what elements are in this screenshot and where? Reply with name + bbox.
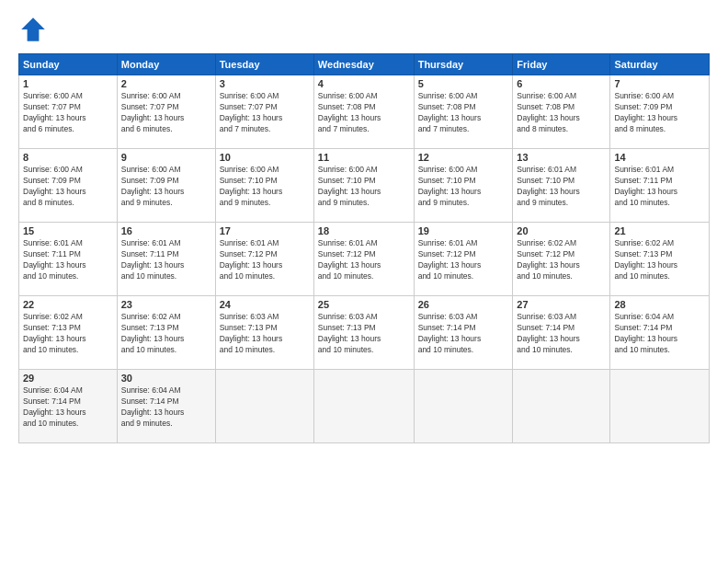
- day-detail: Sunrise: 6:02 AMSunset: 7:13 PMDaylight:…: [614, 238, 705, 282]
- day-detail: Sunrise: 6:01 AMSunset: 7:12 PMDaylight:…: [220, 238, 310, 282]
- day-detail: Sunrise: 6:00 AMSunset: 7:09 PMDaylight:…: [614, 91, 705, 135]
- day-detail: Sunrise: 6:02 AMSunset: 7:12 PMDaylight:…: [517, 238, 606, 282]
- day-number: 17: [220, 225, 310, 236]
- week-row-2: 8Sunrise: 6:00 AMSunset: 7:09 PMDaylight…: [19, 149, 710, 223]
- day-number: 13: [517, 152, 606, 163]
- calendar-cell: 9Sunrise: 6:00 AMSunset: 7:09 PMDaylight…: [117, 149, 215, 223]
- day-detail: Sunrise: 6:00 AMSunset: 7:10 PMDaylight:…: [418, 165, 509, 209]
- header: [18, 15, 710, 44]
- calendar-cell: 10Sunrise: 6:00 AMSunset: 7:10 PMDayligh…: [215, 149, 313, 223]
- calendar-body: 1Sunrise: 6:00 AMSunset: 7:07 PMDaylight…: [19, 75, 710, 443]
- calendar-cell: 16Sunrise: 6:01 AMSunset: 7:11 PMDayligh…: [117, 223, 215, 296]
- day-detail: Sunrise: 6:00 AMSunset: 7:07 PMDaylight:…: [23, 91, 113, 135]
- calendar-cell: 20Sunrise: 6:02 AMSunset: 7:12 PMDayligh…: [513, 223, 610, 296]
- calendar-cell: 15Sunrise: 6:01 AMSunset: 7:11 PMDayligh…: [19, 223, 118, 296]
- weekday-header-sunday: Sunday: [19, 54, 118, 75]
- calendar-cell: 2Sunrise: 6:00 AMSunset: 7:07 PMDaylight…: [117, 75, 215, 149]
- calendar-cell: [215, 370, 313, 443]
- day-detail: Sunrise: 6:01 AMSunset: 7:11 PMDaylight:…: [614, 165, 705, 209]
- calendar-cell: 23Sunrise: 6:02 AMSunset: 7:13 PMDayligh…: [117, 296, 215, 370]
- calendar-cell: 12Sunrise: 6:00 AMSunset: 7:10 PMDayligh…: [414, 149, 513, 223]
- weekday-header-saturday: Saturday: [610, 54, 710, 75]
- day-number: 3: [220, 78, 310, 89]
- calendar-cell: 17Sunrise: 6:01 AMSunset: 7:12 PMDayligh…: [215, 223, 313, 296]
- calendar-cell: 28Sunrise: 6:04 AMSunset: 7:14 PMDayligh…: [610, 296, 710, 370]
- calendar-cell: 22Sunrise: 6:02 AMSunset: 7:13 PMDayligh…: [19, 296, 118, 370]
- week-row-5: 29Sunrise: 6:04 AMSunset: 7:14 PMDayligh…: [19, 370, 710, 443]
- calendar-cell: 4Sunrise: 6:00 AMSunset: 7:08 PMDaylight…: [313, 75, 414, 149]
- day-number: 9: [121, 152, 211, 163]
- day-detail: Sunrise: 6:01 AMSunset: 7:12 PMDaylight:…: [418, 238, 509, 282]
- calendar-cell: 19Sunrise: 6:01 AMSunset: 7:12 PMDayligh…: [414, 223, 513, 296]
- calendar-cell: 3Sunrise: 6:00 AMSunset: 7:07 PMDaylight…: [215, 75, 313, 149]
- day-number: 30: [121, 373, 211, 384]
- weekday-header-thursday: Thursday: [414, 54, 513, 75]
- calendar-cell: 30Sunrise: 6:04 AMSunset: 7:14 PMDayligh…: [117, 370, 215, 443]
- weekday-header-monday: Monday: [117, 54, 215, 75]
- day-number: 20: [517, 225, 606, 236]
- day-number: 7: [614, 78, 705, 89]
- calendar-cell: 27Sunrise: 6:03 AMSunset: 7:14 PMDayligh…: [513, 296, 610, 370]
- day-number: 18: [318, 225, 410, 236]
- day-number: 15: [23, 225, 113, 236]
- calendar-cell: 18Sunrise: 6:01 AMSunset: 7:12 PMDayligh…: [313, 223, 414, 296]
- calendar-cell: [414, 370, 513, 443]
- day-detail: Sunrise: 6:00 AMSunset: 7:08 PMDaylight:…: [517, 91, 606, 135]
- calendar-cell: 7Sunrise: 6:00 AMSunset: 7:09 PMDaylight…: [610, 75, 710, 149]
- weekday-row: SundayMondayTuesdayWednesdayThursdayFrid…: [19, 54, 710, 75]
- day-detail: Sunrise: 6:04 AMSunset: 7:14 PMDaylight:…: [121, 385, 211, 430]
- day-detail: Sunrise: 6:02 AMSunset: 7:13 PMDaylight:…: [121, 312, 211, 356]
- logo: [18, 15, 51, 44]
- calendar-cell: 24Sunrise: 6:03 AMSunset: 7:13 PMDayligh…: [215, 296, 313, 370]
- day-detail: Sunrise: 6:04 AMSunset: 7:14 PMDaylight:…: [614, 312, 705, 356]
- day-detail: Sunrise: 6:00 AMSunset: 7:10 PMDaylight:…: [318, 165, 410, 209]
- calendar-cell: 5Sunrise: 6:00 AMSunset: 7:08 PMDaylight…: [414, 75, 513, 149]
- day-detail: Sunrise: 6:00 AMSunset: 7:07 PMDaylight:…: [121, 91, 211, 135]
- day-number: 8: [23, 152, 113, 163]
- day-detail: Sunrise: 6:03 AMSunset: 7:14 PMDaylight:…: [517, 312, 606, 356]
- calendar-cell: 21Sunrise: 6:02 AMSunset: 7:13 PMDayligh…: [610, 223, 710, 296]
- day-number: 29: [23, 373, 113, 384]
- day-detail: Sunrise: 6:01 AMSunset: 7:12 PMDaylight:…: [318, 238, 410, 282]
- weekday-header-tuesday: Tuesday: [215, 54, 313, 75]
- day-number: 5: [418, 78, 509, 89]
- day-detail: Sunrise: 6:03 AMSunset: 7:13 PMDaylight:…: [318, 312, 410, 356]
- day-number: 24: [220, 299, 310, 310]
- week-row-4: 22Sunrise: 6:02 AMSunset: 7:13 PMDayligh…: [19, 296, 710, 370]
- day-number: 6: [517, 78, 606, 89]
- day-detail: Sunrise: 6:00 AMSunset: 7:08 PMDaylight:…: [318, 91, 410, 135]
- day-detail: Sunrise: 6:03 AMSunset: 7:13 PMDaylight:…: [220, 312, 310, 356]
- day-number: 22: [23, 299, 113, 310]
- calendar-cell: 13Sunrise: 6:01 AMSunset: 7:10 PMDayligh…: [513, 149, 610, 223]
- logo-icon: [18, 15, 48, 44]
- calendar-cell: 8Sunrise: 6:00 AMSunset: 7:09 PMDaylight…: [19, 149, 118, 223]
- page: SundayMondayTuesdayWednesdayThursdayFrid…: [0, 0, 728, 563]
- day-detail: Sunrise: 6:00 AMSunset: 7:10 PMDaylight:…: [220, 165, 310, 209]
- day-number: 19: [418, 225, 509, 236]
- day-number: 26: [418, 299, 509, 310]
- week-row-1: 1Sunrise: 6:00 AMSunset: 7:07 PMDaylight…: [19, 75, 710, 149]
- week-row-3: 15Sunrise: 6:01 AMSunset: 7:11 PMDayligh…: [19, 223, 710, 296]
- calendar: SundayMondayTuesdayWednesdayThursdayFrid…: [18, 53, 710, 443]
- day-detail: Sunrise: 6:00 AMSunset: 7:08 PMDaylight:…: [418, 91, 509, 135]
- day-number: 2: [121, 78, 211, 89]
- day-detail: Sunrise: 6:04 AMSunset: 7:14 PMDaylight:…: [23, 385, 113, 430]
- day-detail: Sunrise: 6:01 AMSunset: 7:11 PMDaylight:…: [121, 238, 211, 282]
- day-number: 23: [121, 299, 211, 310]
- day-number: 11: [318, 152, 410, 163]
- day-detail: Sunrise: 6:00 AMSunset: 7:09 PMDaylight:…: [23, 165, 113, 209]
- day-number: 12: [418, 152, 509, 163]
- calendar-cell: 1Sunrise: 6:00 AMSunset: 7:07 PMDaylight…: [19, 75, 118, 149]
- calendar-cell: 11Sunrise: 6:00 AMSunset: 7:10 PMDayligh…: [313, 149, 414, 223]
- calendar-cell: 14Sunrise: 6:01 AMSunset: 7:11 PMDayligh…: [610, 149, 710, 223]
- day-number: 4: [318, 78, 410, 89]
- day-number: 1: [23, 78, 113, 89]
- calendar-header: SundayMondayTuesdayWednesdayThursdayFrid…: [19, 54, 710, 75]
- day-detail: Sunrise: 6:00 AMSunset: 7:07 PMDaylight:…: [220, 91, 310, 135]
- day-number: 16: [121, 225, 211, 236]
- calendar-cell: 29Sunrise: 6:04 AMSunset: 7:14 PMDayligh…: [19, 370, 118, 443]
- day-detail: Sunrise: 6:02 AMSunset: 7:13 PMDaylight:…: [23, 312, 113, 356]
- day-detail: Sunrise: 6:03 AMSunset: 7:14 PMDaylight:…: [418, 312, 509, 356]
- day-detail: Sunrise: 6:01 AMSunset: 7:11 PMDaylight:…: [23, 238, 113, 282]
- calendar-cell: 6Sunrise: 6:00 AMSunset: 7:08 PMDaylight…: [513, 75, 610, 149]
